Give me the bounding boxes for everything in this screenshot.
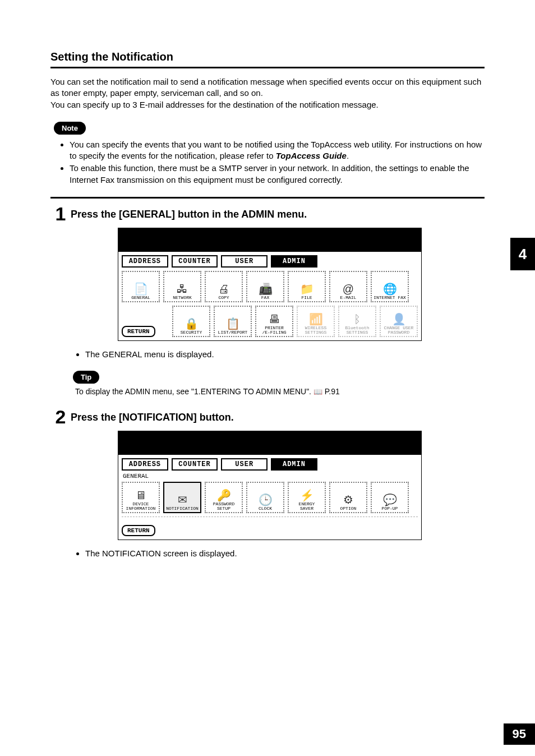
page-number: 95 (504, 723, 535, 745)
device-icon: 🖥 (135, 490, 146, 501)
return-button[interactable]: RETURN (122, 326, 155, 337)
tab-row: ADDRESS COUNTER USER ADMIN (118, 252, 421, 270)
copy-button[interactable]: 🖨COPY (205, 271, 243, 302)
general-menu-screenshot: ADDRESS COUNTER USER ADMIN GENERAL 🖥DEVI… (118, 431, 422, 540)
step-result-text: The GENERAL menu is displayed. (85, 349, 485, 359)
list-report-button[interactable]: 📋LIST/REPORT (214, 306, 252, 337)
network-button[interactable]: 🖧NETWORK (163, 271, 201, 302)
tab-row: ADDRESS COUNTER USER ADMIN (118, 455, 421, 473)
wifi-icon: 📶 (309, 314, 323, 325)
admin-menu-screenshot: ADDRESS COUNTER USER ADMIN 📄GENERAL 🖧NET… (118, 228, 422, 341)
tab-address[interactable]: ADDRESS (122, 458, 168, 471)
printer-efiling-button[interactable]: 🖶PRINTER /E-FILING (255, 306, 293, 337)
step-number: 1 (50, 204, 71, 223)
section-rule (50, 67, 485, 68)
change-password-button[interactable]: 👤CHANGE USER PASSWORD (380, 306, 418, 337)
password-setup-button[interactable]: 🔑PASSWORD SETUP (205, 482, 243, 513)
notification-button[interactable]: ✉NOTIFICATION (163, 482, 201, 513)
screen-topbar (118, 431, 421, 455)
network-icon: 🖧 (177, 283, 188, 294)
intro-block: You can set the notification mail to sen… (50, 76, 485, 110)
bluetooth-icon: ᛒ (354, 314, 361, 325)
document-icon: 📄 (134, 283, 148, 294)
section-title: Setting the Notification (50, 50, 485, 63)
tab-admin[interactable]: ADMIN (271, 458, 317, 471)
device-information-button[interactable]: 🖥DEVICE INFORMATION (122, 482, 160, 513)
note-item: You can specify the events that you want… (70, 139, 485, 162)
bottom-row: RETURN 🔒SECURITY 📋LIST/REPORT 🖶PRINTER /… (118, 303, 421, 340)
steps-rule (50, 197, 485, 199)
step-result-text: The NOTIFICATION screen is displayed. (85, 548, 485, 558)
breadcrumb: GENERAL (118, 473, 421, 481)
intro-p2: You can specify up to 3 E-mail addresses… (50, 99, 485, 110)
envelope-icon: ✉ (178, 494, 187, 505)
reference-title: TopAccess Guide (276, 151, 347, 160)
bluetooth-settings-button[interactable]: ᛒBluetooth SETTINGS (338, 306, 376, 337)
globe-icon: 🌐 (383, 283, 397, 294)
file-button[interactable]: 📁FILE (288, 271, 326, 302)
note-badge: Note (54, 122, 86, 135)
tab-admin[interactable]: ADMIN (271, 255, 317, 268)
chapter-tab: 4 (510, 238, 535, 270)
clock-icon: 🕒 (259, 494, 273, 505)
popup-icon: 💬 (383, 494, 397, 505)
step-title: Press the [GENERAL] button in the ADMIN … (71, 204, 307, 220)
tab-counter[interactable]: COUNTER (172, 458, 218, 471)
step-number: 2 (50, 407, 71, 426)
tab-address[interactable]: ADDRESS (122, 255, 168, 268)
tip-badge: Tip (73, 371, 99, 384)
lock-icon: 🔒 (185, 318, 199, 329)
return-button[interactable]: RETURN (122, 525, 155, 536)
tab-counter[interactable]: COUNTER (172, 255, 218, 268)
printer-icon: 🖶 (269, 314, 280, 325)
step: 1 Press the [GENERAL] button in the ADMI… (50, 204, 485, 223)
step-result: The NOTIFICATION screen is displayed. (75, 548, 485, 558)
general-button[interactable]: 📄GENERAL (122, 271, 160, 302)
energy-saver-button[interactable]: ⚡ENERGY SAVER (288, 482, 326, 513)
key-icon: 🔑 (217, 490, 231, 501)
fax-icon: 📠 (259, 283, 273, 294)
list-icon: 📋 (226, 318, 240, 329)
icon-row: 📄GENERAL 🖧NETWORK 🖨COPY 📠FAX 📁FILE @E-MA… (118, 270, 421, 303)
step-result: The GENERAL menu is displayed. (75, 349, 485, 359)
folder-icon: 📁 (300, 283, 314, 294)
email-button[interactable]: @E-MAIL (329, 271, 367, 302)
book-icon: 📖 (313, 388, 322, 396)
gear-icon: ⚙ (343, 494, 353, 505)
popup-button[interactable]: 💬POP-UP (371, 482, 409, 513)
wireless-settings-button[interactable]: 📶WIRELESS SETTINGS (297, 306, 335, 337)
energy-icon: ⚡ (300, 490, 314, 501)
fax-button[interactable]: 📠FAX (246, 271, 284, 302)
option-button[interactable]: ⚙OPTION (329, 482, 367, 513)
tip-text: To display the ADMIN menu, see "1.ENTERI… (75, 387, 485, 396)
note-list: You can specify the events that you want… (50, 139, 485, 186)
step: 2 Press the [NOTIFICATION] button. (50, 407, 485, 426)
tab-user[interactable]: USER (221, 255, 268, 268)
clock-button[interactable]: 🕒CLOCK (246, 482, 284, 513)
security-button[interactable]: 🔒SECURITY (172, 306, 210, 337)
user-icon: 👤 (392, 314, 406, 325)
screen-topbar (118, 228, 421, 252)
note-item: To enable this function, there must be a… (70, 163, 485, 186)
intro-p1: You can set the notification mail to sen… (50, 76, 485, 99)
bottom-row: RETURN (118, 523, 421, 540)
step-title: Press the [NOTIFICATION] button. (71, 407, 234, 423)
tab-user[interactable]: USER (221, 458, 268, 471)
icon-row: 🖥DEVICE INFORMATION ✉NOTIFICATION 🔑PASSW… (118, 481, 421, 514)
printer-icon: 🖨 (218, 283, 229, 294)
internet-fax-button[interactable]: 🌐INTERNET FAX (371, 271, 409, 302)
at-icon: @ (343, 283, 354, 294)
